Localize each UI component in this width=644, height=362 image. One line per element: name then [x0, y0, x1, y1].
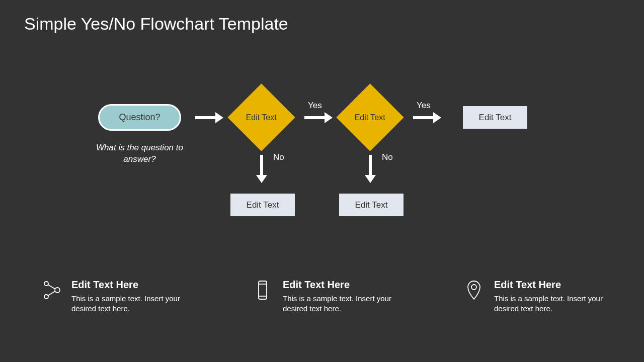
decision-2: Edit Text [336, 83, 404, 151]
edge-label-yes-2: Yes [417, 101, 431, 111]
callout-2: Edit Text Here This is a sample text. In… [252, 279, 404, 314]
arrow-right-icon [195, 116, 216, 119]
phone-icon [252, 279, 274, 301]
callout-2-heading: Edit Text Here [283, 279, 404, 291]
location-icon [463, 279, 485, 301]
svg-point-2 [55, 288, 60, 293]
edge-label-yes-1: Yes [308, 101, 322, 111]
callout-1-body: This is a sample text. Insert your desir… [71, 294, 192, 314]
decision-2-label: Edit Text [355, 113, 385, 122]
no-node-2-label: Edit Text [355, 200, 388, 210]
arrow-right-icon [304, 116, 326, 119]
end-node: Edit Text [463, 106, 527, 129]
share-icon [40, 279, 62, 301]
no-node-2: Edit Text [339, 194, 404, 216]
callout-3-heading: Edit Text Here [494, 279, 615, 291]
callout-3-body: This is a sample text. Insert your desir… [494, 294, 615, 314]
arrow-down-icon [369, 155, 372, 176]
no-node-1: Edit Text [230, 194, 295, 216]
decision-1: Edit Text [227, 83, 295, 151]
callout-3: Edit Text Here This is a sample text. In… [463, 279, 615, 314]
start-node-subtitle: What is the question to answer? [86, 142, 194, 165]
edge-label-no-2: No [382, 152, 393, 162]
start-node: Question? [98, 104, 181, 131]
end-node-label: Edit Text [479, 113, 512, 123]
callout-1: Edit Text Here This is a sample text. In… [40, 279, 192, 314]
no-node-1-label: Edit Text [247, 200, 279, 210]
callout-2-body: This is a sample text. Insert your desir… [283, 294, 404, 314]
svg-line-4 [48, 291, 55, 296]
decision-1-label: Edit Text [246, 113, 277, 122]
callout-1-heading: Edit Text Here [71, 279, 192, 291]
slide-title: Simple Yes/No Flowchart Template [24, 14, 288, 34]
edge-label-no-1: No [273, 152, 284, 162]
svg-line-3 [48, 285, 55, 289]
start-node-label: Question? [119, 112, 160, 123]
arrow-right-icon [413, 116, 434, 119]
svg-point-8 [471, 285, 476, 290]
arrow-down-icon [260, 155, 263, 176]
